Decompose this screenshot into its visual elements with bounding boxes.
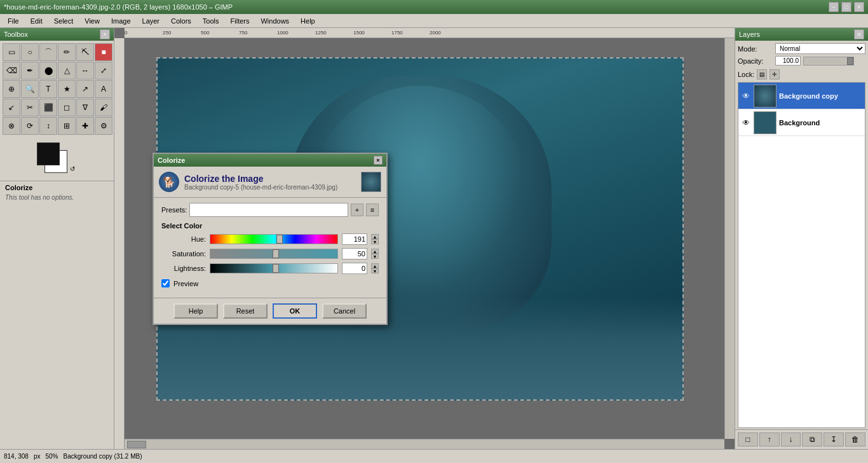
- menu-select[interactable]: Select: [49, 16, 79, 26]
- opacity-input[interactable]: [775, 56, 801, 66]
- preview-checkbox[interactable]: [161, 279, 170, 287]
- tool-convolve[interactable]: ⊗: [3, 117, 20, 135]
- tool-clone[interactable]: ⌫: [3, 62, 20, 79]
- minimize-button[interactable]: −: [829, 2, 839, 12]
- mode-select[interactable]: Normal: [775, 43, 865, 54]
- foreground-color-swatch[interactable]: [37, 142, 60, 165]
- tool-foreground-select[interactable]: ⬛: [39, 99, 57, 116]
- new-layer-button[interactable]: □: [738, 432, 758, 446]
- menu-edit[interactable]: Edit: [25, 16, 48, 26]
- hue-slider-thumb[interactable]: [276, 235, 283, 244]
- hscroll-thumb[interactable]: [127, 441, 146, 448]
- menu-image[interactable]: Image: [106, 16, 136, 26]
- hue-row: Hue: 191 ▲ ▼: [161, 233, 379, 245]
- tool-zoom[interactable]: 🔍: [21, 80, 39, 98]
- maximize-button[interactable]: □: [841, 2, 851, 12]
- tool-airbrush[interactable]: ⬤: [39, 62, 57, 79]
- tool-fill[interactable]: ⛏: [76, 43, 94, 61]
- menu-colors[interactable]: Colors: [166, 16, 196, 26]
- menu-bar: File Edit Select View Image Layer Colors…: [0, 14, 868, 28]
- cursor-position: 814, 308: [4, 453, 29, 460]
- tool-text[interactable]: A: [95, 80, 112, 98]
- tool-ellipse-select[interactable]: ○: [21, 43, 39, 61]
- colorize-tool-title: Colorize: [5, 184, 109, 191]
- tool-flip[interactable]: ↗: [76, 80, 94, 98]
- tool-shear[interactable]: T: [39, 80, 57, 98]
- lightness-decrement[interactable]: ▼: [371, 268, 379, 273]
- manage-presets-button[interactable]: ≡: [366, 204, 379, 216]
- menu-filters[interactable]: Filters: [226, 16, 255, 26]
- tool-crop[interactable]: ⊞: [58, 117, 76, 135]
- saturation-slider[interactable]: [210, 249, 338, 259]
- menu-help[interactable]: Help: [295, 16, 320, 26]
- lightness-slider[interactable]: [210, 263, 338, 273]
- hue-value[interactable]: 191: [342, 233, 367, 245]
- lightness-increment[interactable]: ▲: [371, 263, 379, 268]
- tool-scale[interactable]: ↕: [39, 117, 57, 135]
- ok-button[interactable]: OK: [273, 303, 317, 319]
- duplicate-layer-button[interactable]: ⧉: [802, 432, 822, 446]
- delete-layer-button[interactable]: 🗑: [845, 432, 865, 446]
- layers-menu-button[interactable]: ≡: [854, 29, 864, 39]
- saturation-increment[interactable]: ▲: [371, 249, 379, 254]
- saturation-slider-thumb[interactable]: [273, 249, 279, 258]
- menu-view[interactable]: View: [79, 16, 105, 26]
- tool-eraser[interactable]: ■: [95, 43, 112, 61]
- opacity-slider[interactable]: [803, 57, 854, 66]
- menu-file[interactable]: File: [3, 16, 24, 26]
- tool-perspective[interactable]: ★: [58, 80, 76, 98]
- tool-move[interactable]: ⊕: [3, 80, 20, 98]
- reset-button[interactable]: Reset: [223, 303, 268, 319]
- tool-transform[interactable]: ✚: [76, 117, 94, 135]
- tool-measure[interactable]: ∇: [76, 99, 94, 116]
- tool-align[interactable]: ⤢: [95, 62, 112, 79]
- dialog-title: Colorize: [158, 156, 185, 164]
- tool-free-select[interactable]: ⌒: [39, 43, 57, 61]
- reset-colors-icon[interactable]: ↺: [70, 165, 80, 176]
- menu-tools[interactable]: Tools: [198, 16, 224, 26]
- layer-name-background: Background: [779, 119, 820, 127]
- help-button[interactable]: Help: [173, 303, 218, 319]
- ruler-mark-250: 250: [163, 30, 171, 36]
- raise-layer-button[interactable]: ↑: [759, 432, 780, 446]
- anchor-layer-button[interactable]: ↧: [824, 432, 844, 446]
- lower-layer-button[interactable]: ↓: [781, 432, 801, 446]
- tool-pencil[interactable]: ✏: [58, 43, 76, 61]
- tool-ink[interactable]: △: [58, 62, 76, 79]
- saturation-value[interactable]: 50: [342, 248, 367, 259]
- lock-position-icon[interactable]: ✛: [770, 69, 780, 79]
- cancel-button[interactable]: Cancel: [322, 303, 367, 319]
- hue-increment[interactable]: ▲: [371, 234, 379, 239]
- tool-path[interactable]: ↙: [3, 99, 20, 116]
- add-preset-button[interactable]: +: [351, 204, 363, 216]
- toolbox-close-button[interactable]: ×: [100, 29, 110, 39]
- tool-smudge[interactable]: 🖌: [95, 99, 112, 116]
- mode-label: Mode:: [738, 45, 773, 53]
- vertical-scrollbar[interactable]: [724, 38, 735, 439]
- hue-slider[interactable]: [210, 234, 338, 244]
- lightness-value[interactable]: 0: [342, 263, 367, 274]
- tool-rotate[interactable]: ⟳: [21, 117, 39, 135]
- tool-rect-select[interactable]: ▭: [3, 43, 20, 61]
- layer-row-background[interactable]: 👁 Background: [738, 109, 865, 136]
- lock-row: Lock: ▤ ✛: [735, 68, 868, 81]
- tool-heal[interactable]: ✒: [21, 62, 39, 79]
- presets-input[interactable]: [189, 203, 348, 217]
- layer-visibility-background[interactable]: 👁: [741, 118, 751, 128]
- layer-visibility-background-copy[interactable]: 👁: [741, 91, 751, 101]
- menu-windows[interactable]: Windows: [255, 16, 294, 26]
- layer-row-background-copy[interactable]: 👁 Background copy: [738, 83, 865, 109]
- lock-pixels-icon[interactable]: ▤: [757, 69, 767, 79]
- menu-layer[interactable]: Layer: [137, 16, 165, 26]
- opacity-slider-thumb[interactable]: [847, 57, 853, 65]
- tool-dodge[interactable]: ↔: [76, 62, 94, 79]
- lightness-slider-thumb[interactable]: [273, 264, 279, 273]
- saturation-decrement[interactable]: ▼: [371, 254, 379, 259]
- hue-decrement[interactable]: ▼: [371, 239, 379, 244]
- tool-color-picker[interactable]: ◻: [58, 99, 76, 116]
- close-window-button[interactable]: ×: [854, 2, 864, 12]
- tool-scissors[interactable]: ✂: [21, 99, 39, 116]
- horizontal-scrollbar[interactable]: [125, 439, 724, 449]
- tool-options[interactable]: ⚙: [95, 117, 112, 135]
- dialog-close-button[interactable]: ×: [374, 156, 383, 165]
